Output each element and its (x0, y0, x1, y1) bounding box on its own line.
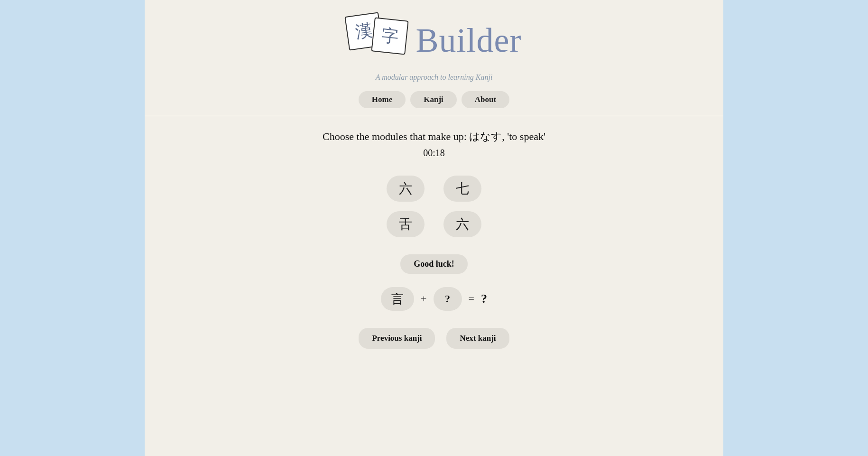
header: 漢 字 Builder A modular approach to learni… (145, 0, 723, 130)
nav-about-button[interactable]: About (462, 91, 509, 108)
nav-buttons-row: Previous kanji Next kanji (359, 328, 509, 349)
module-button-4[interactable]: 六 (443, 211, 481, 237)
timer-display: 00:18 (423, 148, 445, 158)
content-area: Choose the modules that make up: はなす, 't… (145, 130, 723, 363)
logo-icon: 漢 字 (347, 9, 408, 71)
nav-bar: Home Kanji About (359, 91, 509, 108)
modules-grid: 六 七 舌 六 (387, 176, 481, 237)
good-luck-message: Good luck! (400, 254, 468, 274)
module-button-1[interactable]: 六 (387, 176, 425, 202)
modules-row-1: 六 七 (387, 176, 481, 202)
equation-unknown1: ? (434, 287, 462, 311)
header-divider (145, 116, 723, 116)
modules-row-2: 舌 六 (387, 211, 481, 237)
prompt-text: Choose the modules that make up: はなす, 't… (323, 130, 545, 144)
equation-kanji: 言 (381, 287, 414, 311)
module-button-3[interactable]: 舌 (387, 211, 425, 237)
nav-home-button[interactable]: Home (359, 91, 406, 108)
app-title: Builder (416, 21, 522, 60)
equation-plus: + (421, 293, 426, 305)
equation-area: 言 + ? = ? (381, 287, 487, 311)
prev-kanji-button[interactable]: Previous kanji (359, 328, 435, 349)
logo-kanji-tile-2: 字 (371, 17, 408, 55)
next-kanji-button[interactable]: Next kanji (446, 328, 509, 349)
main-container: 漢 字 Builder A modular approach to learni… (145, 0, 723, 456)
module-button-2[interactable]: 七 (443, 176, 481, 202)
nav-kanji-button[interactable]: Kanji (410, 91, 457, 108)
equation-equals: = (469, 293, 474, 305)
equation-unknown2: ? (481, 292, 487, 306)
logo-area: 漢 字 Builder (347, 9, 522, 71)
subtitle: A modular approach to learning Kanji (376, 73, 493, 82)
